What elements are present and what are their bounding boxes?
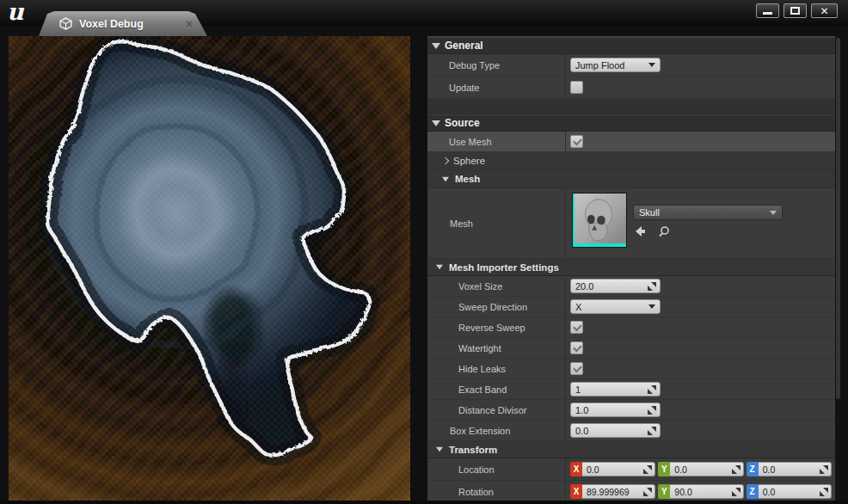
expander-open-icon [432, 43, 440, 49]
voxel-debug-window: u ✕ Voxel Debug ✕ [0, 0, 848, 504]
row-rotation: Rotation X 89.999969 Y 90.0 [427, 481, 835, 501]
chevron-down-icon [648, 63, 655, 67]
group-sphere[interactable]: Sphere [427, 152, 835, 170]
tab-voxel-debug[interactable]: Voxel Debug ✕ [39, 11, 207, 36]
row-update: Update [427, 77, 835, 99]
tab-title: Voxel Debug [79, 18, 180, 30]
location-x-input[interactable]: 0.0 [582, 462, 655, 476]
sweep-direction-dropdown[interactable]: X [570, 299, 661, 314]
group-mesh[interactable]: Mesh [427, 170, 835, 188]
value-drag-icon[interactable] [732, 488, 740, 496]
maximize-button[interactable] [783, 3, 807, 18]
mesh-property-label: Mesh [427, 188, 566, 258]
voxel-size-input[interactable]: 20.0 [570, 279, 661, 293]
hide-leaks-label: Hide Leaks [427, 359, 566, 378]
update-label: Update [427, 77, 566, 98]
expander-closed-icon [442, 157, 449, 164]
location-x: X 0.0 [570, 462, 655, 476]
sphere-label: Sphere [453, 156, 485, 166]
group-transform[interactable]: Transform [427, 441, 835, 458]
location-y-input[interactable]: 0.0 [670, 462, 743, 476]
distance-divisor-value: 1.0 [575, 405, 648, 415]
category-source[interactable]: Source [427, 114, 835, 132]
exact-band-value: 1 [575, 384, 648, 395]
location-x-value: 0.0 [587, 464, 643, 475]
close-icon: ✕ [820, 6, 828, 16]
value-drag-icon[interactable] [732, 465, 740, 474]
value-drag-icon[interactable] [820, 488, 828, 496]
axis-x-badge: X [570, 462, 582, 476]
window-frame-bottom [0, 501, 848, 504]
row-hide-leaks: Hide Leaks [427, 359, 835, 379]
browse-magnifier-icon[interactable] [658, 225, 670, 237]
row-voxel-size: Voxel Size 20.0 [427, 276, 835, 297]
exact-band-input[interactable]: 1 [570, 382, 661, 396]
box-extension-input[interactable]: 0.0 [570, 423, 661, 438]
use-mesh-label: Use Mesh [427, 132, 566, 151]
category-general-label: General [445, 40, 483, 52]
value-drag-icon[interactable] [648, 282, 656, 291]
value-drag-icon[interactable] [643, 488, 652, 496]
hide-leaks-checkbox[interactable] [570, 362, 583, 375]
voxel-debug-viewport[interactable] [9, 36, 410, 501]
mesh-importer-settings-label: Mesh Importer Settings [449, 262, 559, 273]
distance-divisor-input[interactable]: 1.0 [570, 403, 661, 417]
row-reverse-sweep: Reverse Sweep [427, 317, 835, 338]
value-drag-icon[interactable] [648, 406, 656, 415]
mesh-asset-dropdown[interactable]: Skull [633, 205, 783, 220]
maximize-icon [790, 7, 800, 15]
details-scrollbar[interactable] [835, 36, 842, 501]
row-exact-band: Exact Band 1 [427, 379, 835, 400]
chevron-down-icon [648, 304, 655, 309]
location-z-input[interactable]: 0.0 [759, 462, 832, 476]
transform-label: Transform [449, 445, 497, 455]
row-distance-divisor: Distance Divisor 1.0 [427, 400, 835, 421]
mesh-group-label: Mesh [455, 174, 480, 184]
row-mesh-asset: Mesh [427, 188, 835, 259]
location-y-value: 0.0 [674, 464, 731, 475]
expander-open-icon [436, 265, 443, 270]
expander-open-icon [432, 120, 440, 126]
rotation-x-input[interactable]: 89.999969 [582, 484, 655, 499]
update-checkbox[interactable] [570, 81, 583, 94]
value-drag-icon[interactable] [820, 465, 828, 474]
value-drag-icon[interactable] [648, 427, 656, 435]
axis-y-badge: Y [658, 462, 670, 476]
mesh-asset-value: Skull [639, 207, 770, 218]
value-drag-icon[interactable] [643, 465, 652, 474]
box-extension-value: 0.0 [575, 426, 648, 436]
voxel-size-label: Voxel Size [427, 276, 566, 296]
minimize-button[interactable] [756, 3, 779, 18]
location-label: Location [427, 458, 566, 480]
rotation-y: Y 90.0 [658, 484, 743, 499]
tab-close-icon[interactable]: ✕ [185, 18, 194, 30]
group-mesh-importer-settings[interactable]: Mesh Importer Settings [427, 259, 835, 276]
use-selected-arrow-icon[interactable] [635, 225, 648, 237]
watertight-checkbox[interactable] [570, 341, 583, 354]
sweep-direction-value: X [575, 302, 648, 312]
cube-icon [59, 17, 72, 30]
mesh-asset-thumbnail[interactable] [572, 193, 627, 248]
details-panel: General Debug Type Jump Flood Update Sou… [427, 36, 835, 501]
unreal-engine-logo-icon: u [7, 0, 24, 25]
box-extension-label: Box Extension [427, 421, 566, 440]
rotation-y-input[interactable]: 90.0 [670, 484, 743, 499]
rotation-x: X 89.999969 [570, 484, 655, 499]
debug-type-label: Debug Type [427, 54, 566, 76]
rotation-z-input[interactable]: 0.0 [759, 484, 832, 499]
scrollbar-thumb[interactable] [836, 38, 840, 399]
debug-type-dropdown[interactable]: Jump Flood [570, 58, 661, 72]
row-use-mesh[interactable]: Use Mesh [427, 132, 835, 152]
category-general[interactable]: General [427, 37, 835, 54]
rotation-z: Z 0.0 [747, 484, 832, 499]
row-sweep-direction: Sweep Direction X [427, 297, 835, 317]
axis-x-badge: X [570, 484, 582, 499]
minimize-icon [763, 12, 772, 15]
distance-divisor-label: Distance Divisor [427, 400, 566, 420]
use-mesh-checkbox[interactable] [570, 135, 583, 148]
value-drag-icon[interactable] [648, 385, 656, 394]
reverse-sweep-checkbox[interactable] [570, 321, 583, 334]
debug-type-value: Jump Flood [575, 60, 648, 71]
chevron-down-icon [770, 211, 777, 215]
close-button[interactable]: ✕ [811, 3, 838, 18]
